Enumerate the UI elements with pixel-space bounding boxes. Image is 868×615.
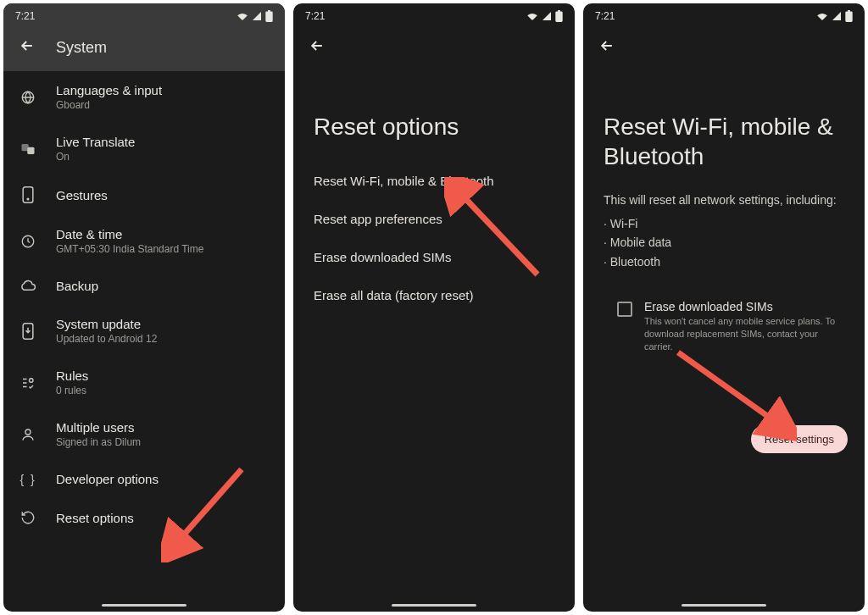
signal-icon	[252, 11, 262, 21]
bullet-2: · Bluetooth	[604, 252, 844, 271]
erase-sims-sub: This won't cancel any mobile service pla…	[644, 315, 844, 353]
item-title: Live Translate	[56, 135, 135, 149]
settings-item-reset-options[interactable]: Reset options	[3, 498, 285, 537]
back-icon[interactable]	[598, 37, 615, 58]
svg-point-4	[27, 198, 29, 200]
bullet-1: · Mobile data	[604, 233, 844, 252]
erase-sims-row[interactable]: Erase downloaded SIMs This won't cancel …	[583, 288, 865, 362]
signal-icon	[832, 11, 842, 21]
home-indicator	[102, 604, 186, 607]
status-time: 7:21	[305, 10, 325, 22]
checkbox-icon[interactable]	[617, 302, 632, 317]
status-bar: 7:21	[583, 3, 865, 25]
phone-screen-2: 7:21 Reset options Reset Wi-Fi, mobile &…	[293, 3, 575, 612]
item-title: Date & time	[56, 227, 203, 241]
status-bar: 7:21	[293, 3, 575, 25]
status-bar: 7:21	[3, 3, 285, 25]
globe-icon	[19, 90, 37, 105]
reset-option-1[interactable]: Reset app preferences	[293, 200, 575, 238]
item-sub: Gboard	[56, 99, 162, 111]
settings-item-live-translate[interactable]: Live TranslateOn	[3, 123, 285, 175]
bullet-0: · Wi-Fi	[604, 214, 844, 233]
settings-item-gestures[interactable]: Gestures	[3, 175, 285, 215]
page-title: Reset Wi-Fi, mobile & Bluetooth	[583, 66, 865, 191]
item-title: Gestures	[56, 188, 108, 202]
settings-item-developer-options[interactable]: { }Developer options	[3, 460, 285, 498]
wifi-icon	[526, 11, 538, 21]
settings-list: Languages & inputGboardLive TranslateOnG…	[3, 71, 285, 612]
page-title: Reset options	[293, 66, 575, 162]
back-icon[interactable]	[309, 37, 326, 58]
signal-icon	[542, 11, 552, 21]
item-sub: 0 rules	[56, 385, 88, 396]
update-icon	[19, 323, 37, 340]
status-icons	[816, 10, 853, 22]
topbar	[293, 25, 575, 66]
item-title: Reset options	[56, 511, 134, 525]
svg-rect-2	[27, 147, 34, 153]
status-time: 7:21	[15, 10, 35, 22]
wifi-icon	[816, 11, 828, 21]
svg-point-7	[30, 378, 34, 382]
gesture-icon	[19, 186, 37, 203]
item-title: Rules	[56, 368, 88, 383]
status-icons	[526, 10, 563, 22]
svg-line-11	[678, 352, 776, 422]
item-title: Multiple users	[56, 420, 141, 435]
item-sub: On	[56, 151, 135, 163]
item-sub: GMT+05:30 India Standard Time	[56, 243, 203, 255]
svg-point-8	[25, 429, 31, 435]
cloud-icon	[19, 280, 37, 293]
item-title: Languages & input	[56, 83, 162, 97]
bullet-list: · Wi-Fi· Mobile data· Bluetooth	[583, 209, 865, 288]
item-title: Backup	[56, 279, 98, 293]
code-icon: { }	[19, 473, 37, 486]
description: This will reset all network settings, in…	[583, 191, 865, 209]
phone-screen-1: 7:21 System Languages & inputGboardLive …	[3, 3, 285, 612]
clock-icon	[19, 234, 37, 249]
battery-icon	[845, 10, 853, 22]
wifi-icon	[236, 11, 248, 21]
settings-item-multiple-users[interactable]: Multiple usersSigned in as Dilum	[3, 408, 285, 460]
item-title: System update	[56, 317, 157, 331]
erase-sims-title: Erase downloaded SIMs	[644, 300, 844, 313]
reset-option-0[interactable]: Reset Wi-Fi, mobile & Bluetooth	[293, 162, 575, 200]
topbar: System	[3, 25, 285, 71]
home-indicator	[682, 604, 766, 607]
battery-icon	[265, 10, 273, 22]
reset-settings-button[interactable]: Reset settings	[751, 425, 848, 453]
translate-icon	[19, 141, 37, 157]
rules-icon	[19, 375, 37, 391]
settings-item-languages-input[interactable]: Languages & inputGboard	[3, 71, 285, 123]
back-icon[interactable]	[19, 37, 36, 58]
status-icons	[236, 10, 273, 22]
item-sub: Signed in as Dilum	[56, 436, 141, 448]
settings-item-rules[interactable]: Rules0 rules	[3, 357, 285, 408]
reset-option-2[interactable]: Erase downloaded SIMs	[293, 238, 575, 276]
topbar	[583, 25, 865, 66]
item-sub: Updated to Android 12	[56, 333, 157, 345]
status-time: 7:21	[595, 10, 615, 22]
home-indicator	[392, 604, 476, 607]
reset-icon	[19, 510, 37, 525]
settings-item-backup[interactable]: Backup	[3, 267, 285, 305]
reset-options-list: Reset Wi-Fi, mobile & BluetoothReset app…	[293, 162, 575, 612]
item-title: Developer options	[56, 472, 159, 486]
settings-item-system-update[interactable]: System updateUpdated to Android 12	[3, 305, 285, 357]
phone-screen-3: 7:21 Reset Wi-Fi, mobile & Bluetooth Thi…	[583, 3, 865, 612]
reset-option-3[interactable]: Erase all data (factory reset)	[293, 276, 575, 314]
settings-item-date-time[interactable]: Date & timeGMT+05:30 India Standard Time	[3, 215, 285, 267]
page-title: System	[56, 39, 107, 57]
users-icon	[19, 427, 37, 442]
battery-icon	[555, 10, 563, 22]
